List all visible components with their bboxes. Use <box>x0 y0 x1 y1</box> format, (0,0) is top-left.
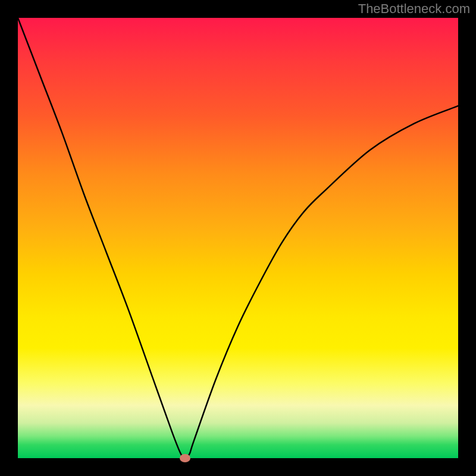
chart-plot-area <box>18 18 458 458</box>
chart-curve-svg <box>18 18 458 458</box>
bottleneck-curve-path <box>18 18 458 458</box>
watermark-text: TheBottleneck.com <box>358 1 470 17</box>
bottleneck-marker-dot <box>180 454 190 462</box>
